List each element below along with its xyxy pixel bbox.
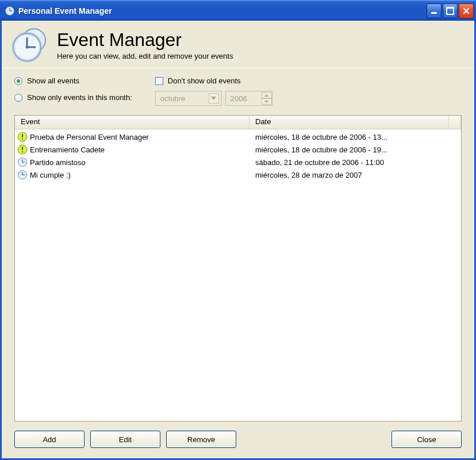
- show-all-radio[interactable]: Show all events: [14, 76, 132, 85]
- svg-rect-14: [22, 151, 23, 152]
- table-row[interactable]: Entrenamiento Cadetemiércoles, 18 de oct…: [15, 143, 461, 156]
- chevron-down-icon: [209, 93, 219, 103]
- event-list: Event Date Prueba de Personal Event Mana…: [14, 115, 462, 421]
- warning-icon: [17, 132, 28, 142]
- table-row[interactable]: Prueba de Personal Event Managermiércole…: [15, 131, 461, 143]
- page-title: Event Manager: [57, 29, 233, 51]
- add-button[interactable]: Add: [14, 431, 85, 448]
- event-date: sábado, 21 de octubre de 2006 - 11:00: [249, 158, 384, 167]
- maximize-button[interactable]: [443, 3, 458, 18]
- svg-rect-13: [22, 147, 23, 150]
- filter-panel: Show all events Show only events in this…: [2, 68, 474, 113]
- clock-icon: [17, 170, 28, 180]
- edit-button[interactable]: Edit: [90, 431, 160, 448]
- titlebar[interactable]: Personal Event Manager: [0, 0, 476, 21]
- svg-rect-11: [22, 139, 23, 140]
- remove-button[interactable]: Remove: [166, 431, 236, 448]
- event-name: Mi cumple :): [30, 171, 249, 179]
- list-header: Event Date: [15, 116, 461, 129]
- month-dropdown[interactable]: octubre: [155, 91, 222, 106]
- radio-icon: [14, 77, 22, 85]
- page-header: Event Manager Here you can view, add, ed…: [2, 21, 474, 68]
- year-spinner[interactable]: 2006: [225, 91, 272, 106]
- window-title: Personal Event Manager: [18, 6, 427, 16]
- checkbox-icon: [155, 77, 163, 85]
- show-month-radio[interactable]: Show only events in this month:: [14, 93, 132, 102]
- event-name: Partido amistoso: [30, 158, 249, 167]
- svg-rect-10: [22, 134, 23, 137]
- button-bar: Add Edit Remove Close: [2, 421, 474, 458]
- clock-icon: [17, 157, 28, 167]
- minimize-button[interactable]: [427, 3, 442, 18]
- year-value: 2006: [231, 94, 247, 103]
- column-header-event[interactable]: Event: [15, 116, 249, 129]
- event-date: miércoles, 28 de marzo de 2007: [249, 171, 362, 179]
- window-controls: [427, 3, 474, 18]
- table-row[interactable]: Partido amistososábado, 21 de octubre de…: [15, 156, 461, 168]
- event-date: miércoles, 18 de octubre de 2006 - 19...: [249, 145, 387, 154]
- event-name: Entrenamiento Cadete: [30, 145, 249, 154]
- app-clock-icon: [5, 6, 15, 16]
- show-month-label: Show only events in this month:: [27, 93, 132, 102]
- month-value: octubre: [160, 94, 185, 103]
- event-name: Prueba de Personal Event Manager: [30, 133, 249, 141]
- clock-stack-icon: [10, 26, 50, 63]
- chevron-down-icon: [262, 98, 272, 105]
- radio-icon: [14, 94, 22, 102]
- show-all-label: Show all events: [27, 76, 79, 85]
- dont-show-old-checkbox[interactable]: Don't show old events: [155, 76, 272, 85]
- client-area: Event Manager Here you can view, add, ed…: [0, 21, 476, 460]
- close-button[interactable]: Close: [391, 431, 462, 448]
- svg-point-8: [26, 46, 29, 49]
- chevron-up-icon: [262, 92, 272, 98]
- event-date: miércoles, 18 de octubre de 2006 - 13...: [249, 133, 387, 141]
- warning-icon: [17, 144, 28, 155]
- column-header-date[interactable]: Date: [249, 116, 449, 129]
- dont-show-old-label: Don't show old events: [168, 76, 241, 85]
- page-subtitle: Here you can view, add, edit and remove …: [57, 52, 233, 60]
- close-window-button[interactable]: [459, 3, 474, 18]
- table-row[interactable]: Mi cumple :)miércoles, 28 de marzo de 20…: [15, 168, 461, 181]
- column-header-spacer: [449, 116, 461, 129]
